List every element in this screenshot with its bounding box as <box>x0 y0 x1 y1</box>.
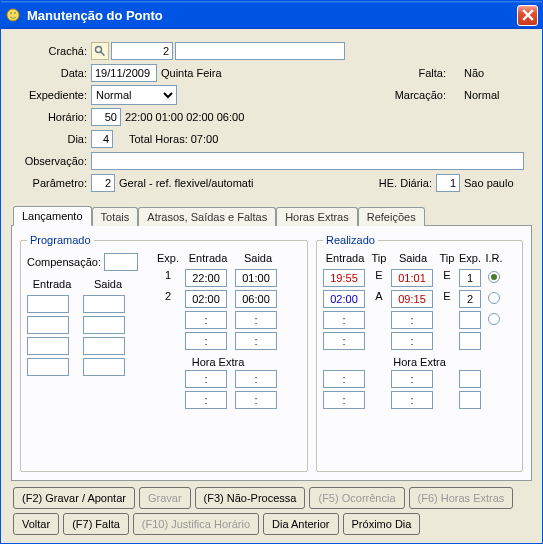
prog-left-hdr-saida: Saida <box>83 278 133 292</box>
prog-left-b0[interactable] <box>83 295 125 313</box>
real-he-sai-1[interactable] <box>391 391 433 409</box>
parametro-desc: Geral - ref. flexivel/automati <box>115 177 270 189</box>
real-tip1-1: A <box>371 290 387 308</box>
svg-point-1 <box>10 12 12 14</box>
real-sai-2[interactable] <box>391 311 433 329</box>
close-button[interactable] <box>517 5 538 26</box>
expediente-select[interactable]: Normal <box>91 85 177 105</box>
form-area: Crachá: Data: Quinta Feira Falta: Não <box>11 37 532 197</box>
prog-exp-0: 1 <box>155 269 181 287</box>
prog-sai-1[interactable] <box>235 290 277 308</box>
real-tip2-2 <box>439 311 455 329</box>
data-input[interactable] <box>91 64 157 82</box>
real-hdr-tip2: Tip <box>439 252 455 266</box>
svg-point-3 <box>96 47 102 53</box>
tab-horas-extras[interactable]: Horas Extras <box>276 207 358 226</box>
real-exp-2[interactable] <box>459 311 481 329</box>
real-tip1-2 <box>371 311 387 329</box>
prog-sai-2[interactable] <box>235 311 277 329</box>
compensacao-input[interactable] <box>104 253 138 271</box>
lookup-icon[interactable] <box>91 42 109 60</box>
tabs: Lançamento Totais Atrasos, Saídas e Falt… <box>11 205 532 481</box>
horas-extras-button: (F6) Horas Extras <box>409 487 514 509</box>
prog-left-a1[interactable] <box>27 316 69 334</box>
app-icon <box>5 7 21 23</box>
real-ent-1[interactable] <box>323 290 365 308</box>
dia-input[interactable] <box>91 130 113 148</box>
real-he-ent-0[interactable] <box>323 370 365 388</box>
prog-he-sai-0[interactable] <box>235 370 277 388</box>
marcacao-label: Marcação: <box>386 89 446 101</box>
falta-button[interactable]: (F7) Falta <box>63 513 129 535</box>
real-ent-2[interactable] <box>323 311 365 329</box>
total-horas: Total Horas: 07:00 <box>125 133 222 145</box>
prog-ent-2[interactable] <box>185 311 227 329</box>
svg-point-2 <box>14 12 16 14</box>
parametro-input[interactable] <box>91 174 115 192</box>
horario-label: Horário: <box>19 111 91 123</box>
he-diaria-input[interactable] <box>436 174 460 192</box>
prog-left-a0[interactable] <box>27 295 69 313</box>
tab-totais[interactable]: Totais <box>92 207 139 226</box>
prog-left-b3[interactable] <box>83 358 125 376</box>
tab-atrasos[interactable]: Atrasos, Saídas e Faltas <box>138 207 276 226</box>
prog-he-sai-1[interactable] <box>235 391 277 409</box>
prog-he-ent-0[interactable] <box>185 370 227 388</box>
he-diaria-label: HE. Diária: <box>379 177 432 189</box>
tabstrip: Lançamento Totais Atrasos, Saídas e Falt… <box>11 205 532 225</box>
real-he-exp-0[interactable] <box>459 370 481 388</box>
prog-left-a2[interactable] <box>27 337 69 355</box>
real-sai-0[interactable] <box>391 269 433 287</box>
prog-exp-1: 2 <box>155 290 181 308</box>
realizado-group: Realizado Entrada Tip Saida Tip Exp. I.R… <box>316 234 523 472</box>
real-he-sai-0[interactable] <box>391 370 433 388</box>
real-sai-3[interactable] <box>391 332 433 350</box>
real-exp-1[interactable] <box>459 290 481 308</box>
data-weekday: Quinta Feira <box>157 67 226 79</box>
proximo-dia-button[interactable]: Próximo Dia <box>343 513 421 535</box>
gravar-apontar-button[interactable]: (F2) Gravar / Apontar <box>13 487 135 509</box>
prog-left-hdr-entrada: Entrada <box>27 278 77 292</box>
prog-ent-1[interactable] <box>185 290 227 308</box>
real-tip2-3 <box>439 332 455 350</box>
real-he-exp-1[interactable] <box>459 391 481 409</box>
observacao-label: Observação: <box>19 155 91 167</box>
cracha-display[interactable] <box>175 42 345 60</box>
data-label: Data: <box>19 67 91 79</box>
real-hdr-exp: Exp. <box>459 252 481 266</box>
real-ir-2[interactable] <box>488 313 500 325</box>
prog-sai-3[interactable] <box>235 332 277 350</box>
prog-sai-0[interactable] <box>235 269 277 287</box>
tab-refeicoes[interactable]: Refeições <box>358 207 425 226</box>
prog-left-b2[interactable] <box>83 337 125 355</box>
real-ent-0[interactable] <box>323 269 365 287</box>
voltar-button[interactable]: Voltar <box>13 513 59 535</box>
svg-point-0 <box>7 9 19 21</box>
prog-he-ent-1[interactable] <box>185 391 227 409</box>
real-ent-3[interactable] <box>323 332 365 350</box>
real-he-ent-1[interactable] <box>323 391 365 409</box>
real-ir-0[interactable] <box>488 271 500 283</box>
prog-hdr-saida: Saida <box>235 252 281 266</box>
real-exp-3[interactable] <box>459 332 481 350</box>
prog-left-a3[interactable] <box>27 358 69 376</box>
he-diaria-desc: Sao paulo <box>464 177 524 189</box>
horario-input[interactable] <box>91 108 121 126</box>
real-exp-0[interactable] <box>459 269 481 287</box>
prog-left-b1[interactable] <box>83 316 125 334</box>
real-sai-1[interactable] <box>391 290 433 308</box>
nao-processa-button[interactable]: (F3) Não-Processa <box>195 487 306 509</box>
cracha-input[interactable] <box>111 42 173 60</box>
justifica-button: (F10) Justifica Horário <box>133 513 259 535</box>
dia-anterior-button[interactable]: Dia Anterior <box>263 513 338 535</box>
real-ir-1[interactable] <box>488 292 500 304</box>
real-hdr-ir: I.R. <box>485 252 503 266</box>
tab-lancamento[interactable]: Lançamento <box>13 206 92 226</box>
prog-ent-0[interactable] <box>185 269 227 287</box>
prog-hdr-exp: Exp. <box>155 252 181 266</box>
prog-ent-3[interactable] <box>185 332 227 350</box>
tab-body: Programado Compensação: Entrada <box>11 225 532 481</box>
observacao-input[interactable] <box>91 152 524 170</box>
real-tip2-1: E <box>439 290 455 308</box>
real-hora-extra-label: Hora Extra <box>323 356 516 370</box>
